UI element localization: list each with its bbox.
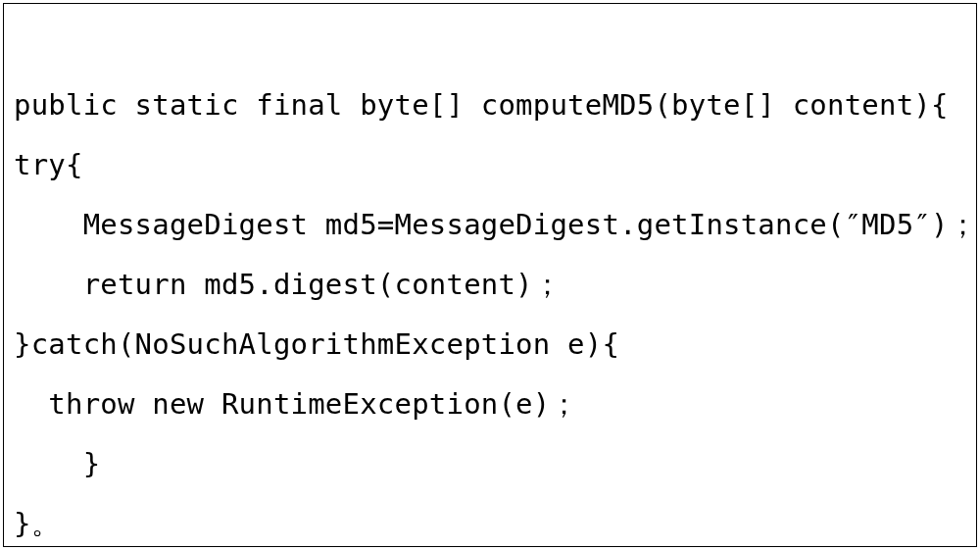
code-line: }。	[14, 507, 60, 540]
code-line: MessageDigest md5=MessageDigest.getInsta…	[14, 208, 977, 241]
code-block: public static final byte[] computeMD5(by…	[3, 3, 977, 547]
code-line: }catch(NoSuchAlgorithmException e){	[14, 327, 619, 361]
code-line: }	[14, 447, 100, 480]
code-line: public static final byte[] computeMD5(by…	[14, 88, 949, 122]
code-line: return md5.digest(content)；	[14, 268, 562, 301]
code-line: try{	[14, 148, 83, 181]
code-line: throw new RuntimeException(e)；	[14, 387, 579, 421]
